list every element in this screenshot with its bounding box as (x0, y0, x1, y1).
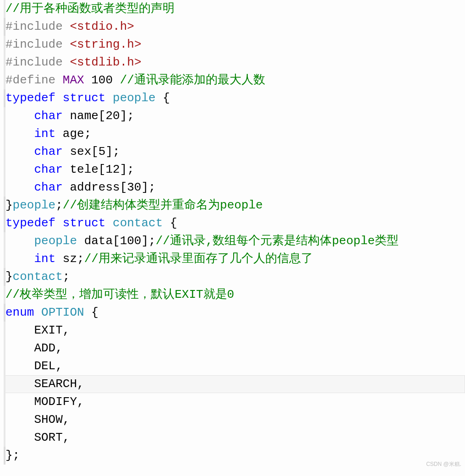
token-typename: people (113, 91, 156, 105)
token-plain: { (163, 216, 177, 230)
token-plain: age; (55, 127, 91, 141)
fold-gutter (4, 304, 5, 322)
line-content: SHOW, (4, 411, 70, 429)
token-angle: < (70, 38, 77, 51)
token-plain: }; (5, 449, 20, 462)
token-comment: //通讯录,数组每个元素是结构体people类型 (156, 234, 399, 248)
token-plain: SORT, (5, 431, 70, 444)
code-line: SORT, (4, 429, 465, 447)
code-line: int sz;//用来记录通讯录里面存了几个人的信息了 (4, 250, 465, 268)
line-content: }contact; (4, 268, 70, 286)
code-line: enum OPTION { (4, 304, 465, 322)
token-plain: name[20]; (63, 109, 134, 123)
line-content: char name[20]; (4, 107, 134, 125)
token-plain (105, 216, 113, 230)
code-line: #include <stdio.h> (4, 18, 465, 36)
code-line: typedef struct people { (4, 89, 465, 107)
token-plain: { (156, 91, 170, 105)
token-plain: SHOW, (5, 413, 70, 427)
code-line: #include <stdlib.h> (4, 54, 465, 71)
token-incfile: string.h (77, 38, 134, 51)
fold-gutter (4, 268, 5, 286)
token-plain: { (84, 306, 98, 319)
code-line: #include <string.h> (4, 36, 465, 54)
fold-gutter (4, 71, 5, 89)
fold-gutter (4, 447, 5, 465)
token-angle: > (134, 38, 142, 51)
code-line: //枚举类型，增加可读性，默认EXIT就是0 (4, 286, 465, 304)
code-line: //用于各种函数或者类型的声明 (4, 0, 465, 18)
code-line: SHOW, (4, 411, 465, 429)
fold-gutter (4, 393, 5, 411)
token-angle: > (127, 20, 134, 33)
line-content: EXIT, (4, 322, 70, 339)
token-preproc: #define (5, 73, 63, 87)
token-keyword: typedef (5, 216, 55, 230)
token-plain: EXIT, (5, 323, 70, 337)
token-plain: sz; (55, 252, 84, 266)
token-plain: } (5, 270, 13, 284)
token-preproc: #include (5, 38, 70, 51)
code-line: ADD, (4, 339, 465, 357)
token-macro: MAX (63, 73, 84, 87)
code-line: }contact; (4, 268, 465, 286)
code-line: char name[20]; (4, 107, 465, 125)
line-content: typedef struct people { (4, 89, 170, 107)
line-content: char address[30]; (4, 179, 156, 197)
fold-gutter (4, 89, 5, 107)
token-typename: people (34, 234, 77, 248)
token-plain (5, 234, 34, 248)
token-plain: tele[12]; (63, 163, 134, 176)
code-line: DEL, (4, 357, 465, 375)
line-content: MODIFY, (4, 393, 84, 411)
fold-gutter (4, 18, 5, 36)
fold-gutter (4, 214, 5, 232)
token-plain: data[100]; (77, 234, 156, 248)
line-content: #include <stdio.h> (4, 18, 134, 36)
line-content: #include <string.h> (4, 36, 141, 54)
token-keyword: int (34, 252, 55, 266)
token-plain: ; (55, 198, 63, 212)
token-preproc: #include (5, 55, 70, 69)
line-content: int sz;//用来记录通讯录里面存了几个人的信息了 (4, 250, 313, 268)
token-plain (5, 181, 34, 194)
line-content: char sex[5]; (4, 143, 120, 161)
line-content: //用于各种函数或者类型的声明 (4, 0, 175, 18)
token-keyword: struct (63, 91, 106, 105)
line-content: ADD, (4, 339, 63, 357)
fold-gutter (4, 357, 5, 375)
fold-gutter (4, 339, 5, 357)
line-content: }; (4, 447, 20, 465)
token-plain (55, 216, 63, 230)
fold-gutter (4, 161, 5, 179)
token-plain: ; (63, 270, 70, 284)
code-line: MODIFY, (4, 393, 465, 411)
token-keyword: char (34, 109, 62, 123)
token-angle: > (134, 55, 142, 69)
token-comment: //用来记录通讯录里面存了几个人的信息了 (84, 252, 313, 266)
line-content: #include <stdlib.h> (4, 54, 141, 71)
fold-gutter (4, 286, 5, 304)
token-plain: address[30]; (63, 181, 156, 194)
token-plain: sex[5]; (63, 145, 120, 159)
token-plain: MODIFY, (5, 395, 84, 409)
line-content: //枚举类型，增加可读性，默认EXIT就是0 (4, 286, 234, 304)
token-plain: DEL, (5, 359, 63, 373)
fold-gutter (4, 36, 5, 54)
token-incfile: stdio.h (77, 20, 127, 33)
token-preproc: #include (5, 20, 70, 33)
token-comment: //通讯录能添加的最大人数 (120, 73, 265, 87)
token-keyword: int (34, 127, 55, 141)
token-plain: } (5, 198, 13, 212)
fold-gutter (4, 411, 5, 429)
token-comment: //用于各种函数或者类型的声明 (5, 2, 175, 16)
token-keyword: typedef (5, 91, 55, 105)
fold-gutter (4, 54, 5, 71)
token-typename: contact (113, 216, 163, 230)
line-content: }people;//创建结构体类型并重命名为people (4, 197, 263, 214)
code-line: typedef struct contact { (4, 214, 465, 232)
token-plain: ADD, (5, 341, 63, 355)
line-content: char tele[12]; (4, 161, 134, 179)
token-plain (5, 145, 34, 159)
fold-gutter (4, 375, 5, 393)
